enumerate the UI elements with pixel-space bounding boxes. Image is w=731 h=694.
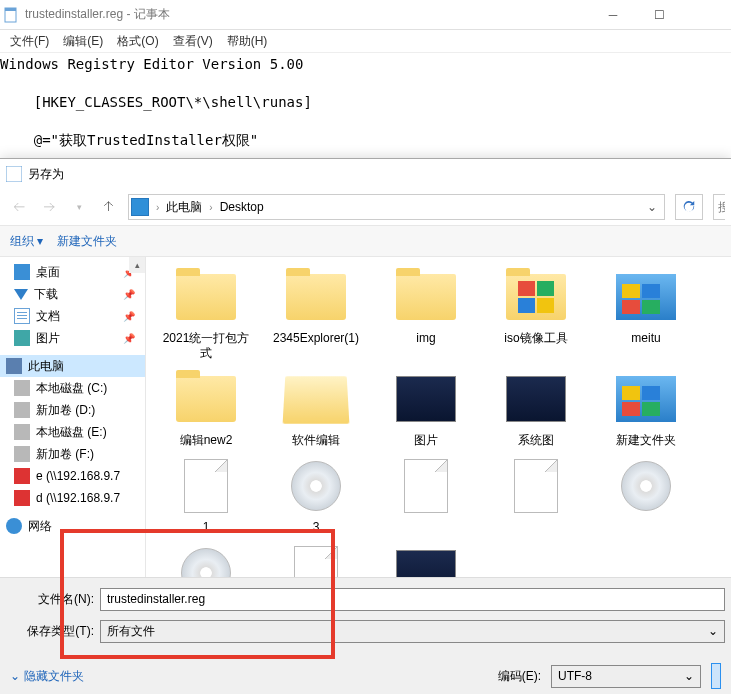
hide-folders-toggle[interactable]: ⌄ 隐藏文件夹 xyxy=(10,668,84,685)
file-item[interactable]: 系统图 xyxy=(490,369,582,448)
file-label: meitu xyxy=(631,331,660,346)
sidebar-label: e (\\192.168.9.7 xyxy=(36,469,120,483)
menu-edit[interactable]: 编辑(E) xyxy=(57,31,109,52)
refresh-icon xyxy=(682,200,696,214)
file-label: 2021统一打包方式 xyxy=(160,331,252,361)
new-folder-button[interactable]: 新建文件夹 xyxy=(57,233,117,250)
file-label: 系统图 xyxy=(518,433,554,448)
close-button[interactable] xyxy=(682,1,728,29)
svg-rect-1 xyxy=(5,8,16,11)
file-item[interactable]: 3 xyxy=(270,456,362,535)
file-thumbnail xyxy=(280,369,352,429)
file-item[interactable]: 2021统一打包方式 xyxy=(160,267,252,361)
menu-view[interactable]: 查看(V) xyxy=(167,31,219,52)
recent-dropdown[interactable]: ▾ xyxy=(66,194,92,220)
forward-button[interactable]: 🡢 xyxy=(36,194,62,220)
organize-menu[interactable]: 组织 ▾ xyxy=(10,233,43,250)
sidebar-this-pc[interactable]: 此电脑 xyxy=(0,355,145,377)
file-thumbnail xyxy=(390,369,462,429)
filetype-value: 所有文件 xyxy=(107,623,155,640)
disk-icon xyxy=(14,490,30,506)
crumb-pc[interactable]: 此电脑 xyxy=(164,199,204,216)
disk-icon xyxy=(14,468,30,484)
encoding-select[interactable]: UTF-8 ⌄ xyxy=(551,665,701,688)
pin-icon: 📌 xyxy=(123,333,135,344)
file-thumbnail xyxy=(170,369,242,429)
file-item[interactable] xyxy=(490,456,582,535)
file-item[interactable] xyxy=(600,456,692,535)
file-item[interactable]: 图片 xyxy=(380,369,472,448)
file-item[interactable] xyxy=(380,456,472,535)
sidebar-label: 文档 xyxy=(36,308,60,325)
filetype-select[interactable]: 所有文件 ⌄ xyxy=(100,620,725,643)
file-item[interactable]: 2345Explorer(1) xyxy=(270,267,362,361)
up-button[interactable]: 🡡 xyxy=(96,194,122,220)
address-bar[interactable]: › 此电脑 › Desktop ⌄ xyxy=(128,194,665,220)
back-button[interactable]: 🡠 xyxy=(6,194,32,220)
sidebar-quick-item[interactable]: 下载📌 xyxy=(0,283,145,305)
maximize-button[interactable]: ☐ xyxy=(636,1,682,29)
save-button[interactable] xyxy=(711,663,721,689)
refresh-button[interactable] xyxy=(675,194,703,220)
file-item[interactable]: 新建文件夹 xyxy=(600,369,692,448)
sidebar-network[interactable]: 网络 xyxy=(0,515,145,537)
file-label: 编辑new2 xyxy=(180,433,233,448)
sidebar-label: 桌面 xyxy=(36,264,60,281)
file-thumbnail xyxy=(500,267,572,327)
file-label: 1 xyxy=(203,520,210,535)
sidebar-quick-item[interactable]: 桌面📌 xyxy=(0,261,145,283)
file-thumbnail xyxy=(280,267,352,327)
file-item[interactable] xyxy=(160,543,252,577)
file-thumbnail xyxy=(390,456,462,516)
chevron-right-icon[interactable]: › xyxy=(151,202,164,213)
sidebar-quick-item[interactable]: 图片📌 xyxy=(0,327,145,349)
menu-file[interactable]: 文件(F) xyxy=(4,31,55,52)
sidebar-label: 下载 xyxy=(34,286,58,303)
notepad-window: trustedinstaller.reg - 记事本 ─ ☐ 文件(F) 编辑(… xyxy=(0,0,731,160)
chevron-down-icon: ⌄ xyxy=(684,669,694,683)
sidebar-drive-item[interactable]: d (\\192.168.9.7 xyxy=(0,487,145,509)
file-item[interactable]: 软件编辑 xyxy=(270,369,362,448)
search-input[interactable]: 搜 xyxy=(713,194,725,220)
file-item[interactable]: iso镜像工具 xyxy=(490,267,582,361)
sidebar-drive-item[interactable]: 本地磁盘 (C:) xyxy=(0,377,145,399)
encoding-label: 编码(E): xyxy=(498,668,541,685)
file-label: 3 xyxy=(313,520,320,535)
file-thumbnail xyxy=(610,267,682,327)
file-item[interactable]: img xyxy=(380,267,472,361)
file-label: iso镜像工具 xyxy=(504,331,567,346)
address-dropdown[interactable]: ⌄ xyxy=(642,200,662,214)
sidebar-label: 此电脑 xyxy=(28,358,64,375)
chevron-right-icon[interactable]: › xyxy=(204,202,217,213)
chevron-down-icon: ⌄ xyxy=(708,624,718,638)
file-list[interactable]: 2021统一打包方式2345Explorer(1)imgiso镜像工具meitu… xyxy=(146,257,731,577)
menu-help[interactable]: 帮助(H) xyxy=(221,31,274,52)
menu-format[interactable]: 格式(O) xyxy=(111,31,164,52)
nav-row: 🡠 🡢 ▾ 🡡 › 此电脑 › Desktop ⌄ 搜 xyxy=(0,189,731,225)
file-thumbnail xyxy=(170,543,242,577)
file-thumbnail xyxy=(170,267,242,327)
file-item[interactable]: 1 xyxy=(160,456,252,535)
file-item[interactable] xyxy=(380,543,472,577)
disk-icon xyxy=(14,446,30,462)
sidebar-drive-item[interactable]: e (\\192.168.9.7 xyxy=(0,465,145,487)
sidebar-drive-item[interactable]: 新加卷 (F:) xyxy=(0,443,145,465)
sidebar-drive-item[interactable]: 本地磁盘 (E:) xyxy=(0,421,145,443)
bottom-row: ⌄ 隐藏文件夹 编码(E): UTF-8 ⌄ xyxy=(0,656,731,694)
svg-rect-2 xyxy=(6,166,22,182)
sidebar-drive-item[interactable]: 新加卷 (D:) xyxy=(0,399,145,421)
folder-icon xyxy=(14,308,30,324)
minimize-button[interactable]: ─ xyxy=(590,1,636,29)
file-item[interactable] xyxy=(270,543,362,577)
scroll-up-button[interactable]: ▴ xyxy=(129,257,145,273)
crumb-desktop[interactable]: Desktop xyxy=(218,200,266,214)
file-thumbnail xyxy=(280,456,352,516)
file-item[interactable]: 编辑new2 xyxy=(160,369,252,448)
filename-input[interactable] xyxy=(100,588,725,611)
file-thumbnail xyxy=(390,267,462,327)
file-item[interactable]: meitu xyxy=(600,267,692,361)
pc-icon xyxy=(6,358,22,374)
folder-icon xyxy=(14,289,28,300)
folder-icon xyxy=(14,330,30,346)
sidebar-quick-item[interactable]: 文档📌 xyxy=(0,305,145,327)
